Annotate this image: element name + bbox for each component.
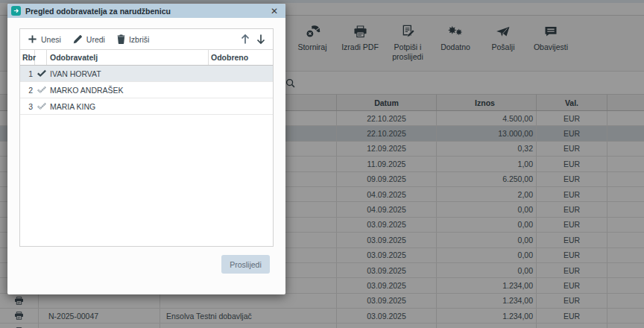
check-icon xyxy=(37,86,46,94)
approvers-dialog: Pregled odobravatelja za narudžbenicu ✕ … xyxy=(7,4,285,294)
cell-approver-name: MARKO ANDRAŠEK xyxy=(47,82,209,98)
approvers-toolbar: Unesi Uredi Izbriši xyxy=(20,29,273,49)
col-check xyxy=(35,50,47,65)
cell-rbr: 3 xyxy=(20,98,35,114)
approvers-table-header: Rbr Odobravatelj Odobreno xyxy=(20,49,273,66)
cell-rbr: 2 xyxy=(20,82,35,98)
dialog-body: Unesi Uredi Izbriši Rbr Odobravate xyxy=(7,18,285,294)
plus-icon xyxy=(28,34,37,44)
check-icon xyxy=(37,69,46,78)
col-approver: Odobravatelj xyxy=(47,50,209,65)
move-down-button[interactable] xyxy=(256,34,265,45)
cell-approved xyxy=(209,66,273,81)
approver-row[interactable]: 2 MARKO ANDRAŠEK xyxy=(20,82,273,98)
approver-row[interactable]: 1 IVAN HORVAT xyxy=(20,66,273,82)
trash-icon xyxy=(117,34,125,44)
dialog-titlebar: Pregled odobravatelja za narudžbenicu ✕ xyxy=(7,4,285,18)
forward-app-icon xyxy=(11,6,21,16)
col-approved: Odobreno xyxy=(209,50,273,65)
forward-button[interactable]: Proslijedi xyxy=(221,255,270,274)
col-rbr: Rbr xyxy=(20,50,35,65)
dialog-title: Pregled odobravatelja za narudžbenicu xyxy=(25,7,269,16)
approver-row[interactable]: 3 MARIA KING xyxy=(20,98,273,115)
cell-rbr: 1 xyxy=(20,66,35,81)
move-up-button[interactable] xyxy=(241,34,250,45)
edit-approver-button[interactable]: Uredi xyxy=(73,34,105,44)
cell-approver-name: MARIA KING xyxy=(47,98,209,114)
cell-approved xyxy=(209,82,273,98)
cell-approved xyxy=(209,98,273,114)
check-icon xyxy=(37,102,46,110)
add-approver-button[interactable]: Unesi xyxy=(28,34,61,44)
close-icon[interactable]: ✕ xyxy=(269,7,280,16)
approvers-panel: Unesi Uredi Izbriši Rbr Odobravate xyxy=(19,28,274,247)
approvers-list: 1 IVAN HORVAT 2 MARKO ANDRAŠEK 3 MARIA K… xyxy=(20,66,273,115)
pencil-icon xyxy=(73,34,83,44)
cell-approver-name: IVAN HORVAT xyxy=(47,66,209,81)
delete-approver-button[interactable]: Izbriši xyxy=(117,34,149,44)
